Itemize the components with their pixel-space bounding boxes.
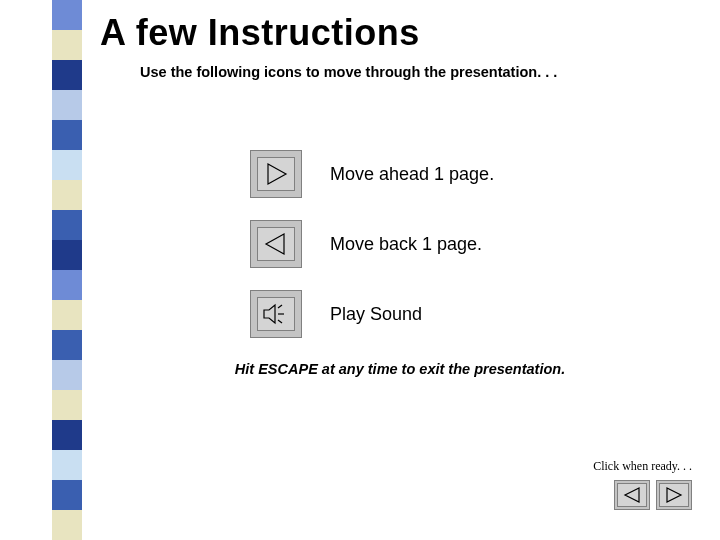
legend-label: Move back 1 page.: [330, 234, 482, 255]
svg-line-5: [278, 320, 282, 323]
legend-row-back: Move back 1 page.: [250, 220, 700, 268]
sidebar-segment: [52, 420, 82, 450]
play-forward-icon: [250, 150, 302, 198]
sidebar-segment: [52, 330, 82, 360]
nav-forward-button[interactable]: [656, 480, 692, 510]
sidebar-segment: [52, 510, 82, 540]
play-back-icon: [617, 483, 647, 507]
sound-icon: [250, 290, 302, 338]
nav-buttons: [593, 480, 692, 510]
svg-marker-0: [268, 164, 286, 184]
svg-marker-7: [667, 488, 681, 502]
page-title: A few Instructions: [100, 12, 700, 54]
play-back-icon: [250, 220, 302, 268]
legend-label: Move ahead 1 page.: [330, 164, 494, 185]
legend-row-sound: Play Sound: [250, 290, 700, 338]
sidebar-segment: [52, 30, 82, 60]
sidebar-segment: [52, 120, 82, 150]
sidebar-segment: [52, 60, 82, 90]
svg-marker-2: [264, 305, 275, 323]
svg-marker-1: [266, 234, 284, 254]
legend-label: Play Sound: [330, 304, 422, 325]
slide-content: A few Instructions Use the following ico…: [100, 12, 700, 380]
sidebar-segment: [52, 240, 82, 270]
ready-label: Click when ready. . .: [593, 459, 692, 474]
legend-row-forward: Move ahead 1 page.: [250, 150, 700, 198]
page-subtitle: Use the following icons to move through …: [140, 64, 700, 80]
sidebar-segment: [52, 150, 82, 180]
sidebar-segment: [52, 90, 82, 120]
sidebar-segment: [52, 0, 82, 30]
sidebar-segment: [52, 450, 82, 480]
sidebar-segment: [52, 480, 82, 510]
sidebar-segment: [52, 300, 82, 330]
sidebar-segment: [52, 270, 82, 300]
svg-marker-6: [625, 488, 639, 502]
play-forward-icon: [659, 483, 689, 507]
nav-back-button[interactable]: [614, 480, 650, 510]
sidebar-segment: [52, 360, 82, 390]
sidebar-segment: [52, 180, 82, 210]
sidebar-segment: [52, 390, 82, 420]
bottom-nav-area: Click when ready. . .: [593, 459, 692, 510]
svg-line-3: [278, 305, 282, 308]
footer-instruction: Hit ESCAPE at any time to exit the prese…: [100, 360, 700, 380]
decorative-sidebar: [52, 0, 82, 540]
sidebar-segment: [52, 210, 82, 240]
icon-legend-list: Move ahead 1 page. Move back 1 page.: [250, 150, 700, 338]
